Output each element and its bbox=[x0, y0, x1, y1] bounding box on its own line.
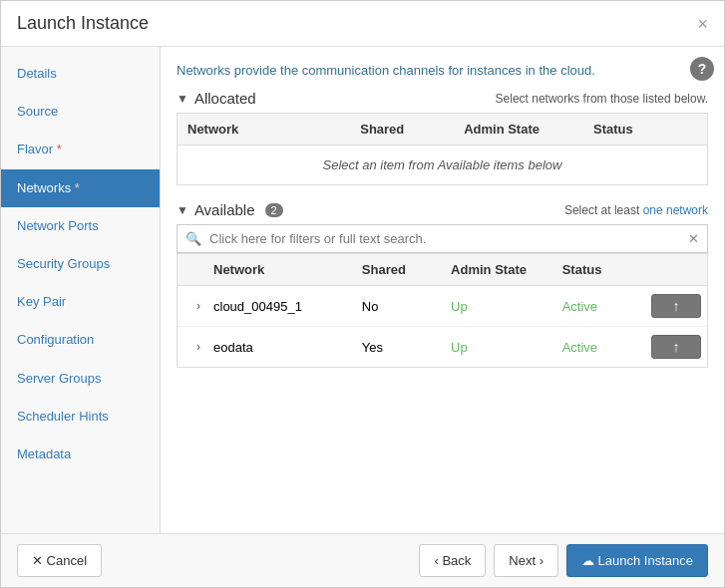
launch-instance-label: Launch Instance bbox=[598, 553, 693, 568]
col-admin-state: Admin State bbox=[464, 122, 593, 137]
network-admin-state: Up bbox=[451, 299, 562, 314]
sidebar-item-label: Configuration bbox=[17, 332, 94, 347]
search-input[interactable] bbox=[209, 231, 680, 246]
launch-instance-button[interactable]: ☁ Launch Instance bbox=[566, 544, 708, 577]
sidebar-item-label: Flavor bbox=[17, 142, 53, 156]
network-status: Active bbox=[562, 299, 651, 314]
allocated-section-title: Allocated bbox=[194, 90, 256, 107]
footer-right: ‹ Back Next › ☁ Launch Instance bbox=[419, 544, 708, 577]
available-table-header: Network Shared Admin State Status bbox=[178, 254, 707, 286]
table-row: › cloud_00495_1 No Up Active ↑ bbox=[178, 286, 707, 327]
expand-row-button[interactable]: › bbox=[183, 340, 213, 354]
col-network: Network bbox=[187, 122, 360, 137]
available-section-title: Available bbox=[194, 201, 255, 218]
modal-header: Launch Instance × bbox=[1, 1, 724, 47]
modal-body: Details Source Flavor * Networks * Netwo… bbox=[1, 47, 724, 533]
chevron-down-icon: ▼ bbox=[177, 92, 188, 106]
sidebar: Details Source Flavor * Networks * Netwo… bbox=[1, 47, 161, 533]
help-icon[interactable]: ? bbox=[690, 57, 714, 81]
sidebar-item-label: Scheduler Hints bbox=[17, 409, 109, 424]
sidebar-item-key-pair[interactable]: Key Pair bbox=[1, 283, 160, 321]
allocated-hint: Select networks from those listed below. bbox=[496, 92, 708, 106]
col-network: Network bbox=[213, 262, 362, 277]
modal-title: Launch Instance bbox=[17, 13, 149, 34]
available-table: Network Shared Admin State Status › clou… bbox=[177, 253, 708, 368]
sidebar-item-label: Key Pair bbox=[17, 294, 66, 309]
clear-icon[interactable]: ✕ bbox=[680, 225, 707, 252]
network-admin-state: Up bbox=[451, 340, 562, 355]
chevron-down-icon: ▼ bbox=[177, 203, 188, 217]
col-shared: Shared bbox=[362, 262, 451, 277]
next-button[interactable]: Next › bbox=[494, 544, 558, 577]
sidebar-item-label: Network Ports bbox=[17, 218, 99, 233]
back-button[interactable]: ‹ Back bbox=[419, 544, 486, 577]
required-indicator: * bbox=[71, 180, 80, 195]
available-hint-link[interactable]: one network bbox=[643, 203, 708, 217]
sidebar-item-label: Security Groups bbox=[17, 256, 110, 271]
sidebar-item-configuration[interactable]: Configuration bbox=[1, 321, 160, 359]
allocated-table-header: Network Shared Admin State Status bbox=[178, 114, 707, 146]
col-expand bbox=[183, 262, 213, 277]
sidebar-item-scheduler-hints[interactable]: Scheduler Hints bbox=[1, 398, 160, 436]
launch-instance-modal: Launch Instance × Details Source Flavor … bbox=[0, 0, 725, 588]
allocate-network-button[interactable]: ↑ bbox=[651, 335, 701, 359]
sidebar-item-networks[interactable]: Networks * bbox=[1, 169, 160, 207]
sidebar-item-details[interactable]: Details bbox=[1, 55, 160, 93]
col-action bbox=[651, 262, 701, 277]
footer-left: ✕ Cancel bbox=[17, 544, 102, 577]
sidebar-item-label: Networks bbox=[17, 180, 71, 195]
table-row: › eodata Yes Up Active ↑ bbox=[178, 327, 707, 367]
sidebar-item-flavor[interactable]: Flavor * bbox=[1, 131, 160, 168]
networks-description: Networks provide the communication chann… bbox=[177, 63, 708, 78]
available-section-header: ▼ Available 2 Select at least one networ… bbox=[177, 201, 708, 218]
modal-footer: ✕ Cancel ‹ Back Next › ☁ Launch Instance bbox=[1, 533, 724, 587]
sidebar-item-server-groups[interactable]: Server Groups bbox=[1, 360, 160, 398]
col-admin-state: Admin State bbox=[451, 262, 562, 277]
available-section-toggle[interactable]: ▼ Available 2 bbox=[177, 201, 283, 218]
sidebar-item-network-ports[interactable]: Network Ports bbox=[1, 207, 160, 245]
allocated-section-toggle[interactable]: ▼ Allocated bbox=[177, 90, 256, 107]
sidebar-item-security-groups[interactable]: Security Groups bbox=[1, 245, 160, 283]
col-shared: Shared bbox=[360, 122, 464, 137]
col-status: Status bbox=[562, 262, 651, 277]
sidebar-item-metadata[interactable]: Metadata bbox=[1, 436, 160, 473]
allocate-network-button[interactable]: ↑ bbox=[651, 294, 701, 318]
allocated-empty-message: Select an item from Available items belo… bbox=[178, 146, 707, 184]
network-name: cloud_00495_1 bbox=[213, 299, 362, 314]
close-button[interactable]: × bbox=[697, 15, 708, 33]
sidebar-item-source[interactable]: Source bbox=[1, 93, 160, 131]
main-content: ? Networks provide the communication cha… bbox=[161, 47, 724, 533]
allocated-section-header: ▼ Allocated Select networks from those l… bbox=[177, 90, 708, 107]
col-status: Status bbox=[593, 122, 697, 137]
available-hint: Select at least one network bbox=[564, 203, 708, 217]
available-count-badge: 2 bbox=[265, 203, 283, 217]
search-icon: 🔍 bbox=[178, 225, 209, 252]
cloud-icon: ☁ bbox=[581, 553, 594, 568]
network-shared: No bbox=[362, 299, 451, 314]
search-bar: 🔍 ✕ bbox=[177, 224, 708, 253]
allocated-table: Network Shared Admin State Status Select… bbox=[177, 113, 708, 185]
sidebar-item-label: Details bbox=[17, 66, 57, 81]
sidebar-item-label: Server Groups bbox=[17, 371, 102, 386]
sidebar-item-label: Metadata bbox=[17, 446, 71, 461]
sidebar-item-label: Source bbox=[17, 104, 58, 119]
expand-row-button[interactable]: › bbox=[183, 299, 213, 313]
cancel-button[interactable]: ✕ Cancel bbox=[17, 544, 102, 577]
required-indicator: * bbox=[53, 142, 62, 156]
network-name: eodata bbox=[213, 340, 362, 355]
network-status: Active bbox=[562, 340, 651, 355]
network-shared: Yes bbox=[362, 340, 451, 355]
